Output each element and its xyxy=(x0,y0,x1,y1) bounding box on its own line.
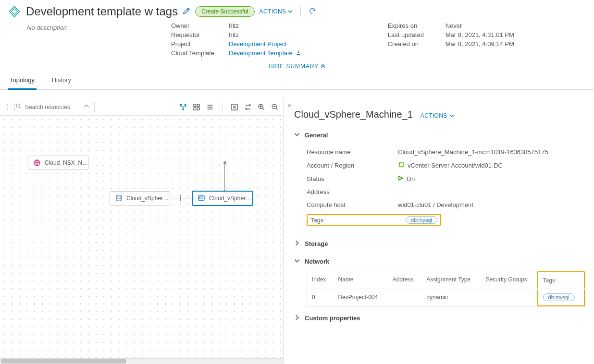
no-description-text: No description xyxy=(8,21,171,58)
refresh-icon[interactable] xyxy=(309,7,316,16)
cloud-template-link[interactable]: Development Template xyxy=(229,49,301,57)
svg-point-2 xyxy=(185,104,186,106)
section-network-toggle[interactable]: Network xyxy=(294,255,585,268)
resource-title: Cloud_vSphere_Machine_1 xyxy=(294,109,413,120)
table-row: 0 DevProject-004 dynamic db:mysql xyxy=(307,289,585,307)
section-custom-title: Custom properties xyxy=(305,315,360,322)
canvas-node-nsx[interactable]: Cloud_NSX_N… xyxy=(28,156,88,170)
col-address: Address xyxy=(388,271,422,289)
cell-address xyxy=(388,289,422,307)
node-label: Cloud_vSpher… xyxy=(209,195,251,202)
view-list-icon[interactable] xyxy=(206,103,214,111)
canvas-node-vsphere2[interactable]: Cloud_vSpher… xyxy=(192,191,253,206)
search-icon xyxy=(15,103,22,111)
created-on-label: Created on xyxy=(388,40,446,48)
section-storage-toggle[interactable]: Storage xyxy=(294,237,585,250)
download-icon[interactable] xyxy=(296,49,301,57)
cell-security xyxy=(481,289,537,307)
deployment-status-badge: Create Successful xyxy=(195,6,254,17)
tags-label: Tags xyxy=(308,217,396,224)
network-table: Index Name Address Assignment Type Secur… xyxy=(307,271,585,307)
svg-rect-7 xyxy=(197,108,199,110)
last-updated-label: Last updated xyxy=(388,31,446,38)
resource-actions-menu[interactable]: ACTIONS xyxy=(421,112,454,119)
svg-point-0 xyxy=(16,104,20,107)
compute-host-value: wld01-clu01 / Development xyxy=(398,201,473,208)
fit-screen-icon[interactable] xyxy=(230,103,239,111)
tab-history[interactable]: History xyxy=(50,73,73,88)
node-label: Cloud_NSX_N… xyxy=(45,159,88,166)
account-value: vCenter Server Account/wld01-DC xyxy=(398,161,503,170)
section-network-title: Network xyxy=(305,258,329,265)
svg-rect-4 xyxy=(194,104,196,107)
vm-icon xyxy=(198,194,205,202)
account-label: Account / Region xyxy=(307,162,398,169)
svg-rect-13 xyxy=(198,196,204,200)
collapse-detail-icon[interactable]: » xyxy=(287,101,291,109)
section-general-toggle[interactable]: General xyxy=(294,129,585,142)
svg-point-3 xyxy=(183,109,184,110)
requestor-value: fritz xyxy=(229,31,239,38)
cell-assignment: dynamic xyxy=(421,289,481,307)
expires-value: Never xyxy=(446,22,462,29)
expires-label: Expires on xyxy=(388,22,446,29)
compute-host-label: Compute host xyxy=(307,201,398,208)
network-icon xyxy=(33,159,41,167)
canvas-node-vsphere1[interactable]: Cloud_vSpher… xyxy=(110,191,170,206)
view-topology-icon[interactable] xyxy=(179,103,187,111)
power-on-icon xyxy=(398,175,404,182)
status-label: Status xyxy=(307,175,398,182)
separator xyxy=(300,7,301,16)
chevron-right-icon xyxy=(294,240,300,247)
owner-label: Owner xyxy=(171,22,229,29)
col-index: Index xyxy=(307,271,334,289)
svg-rect-16 xyxy=(400,163,403,166)
tag-pill: db:mysql xyxy=(406,216,437,224)
col-assignment: Assignment Type xyxy=(421,271,481,289)
section-storage-title: Storage xyxy=(305,240,328,247)
chevron-down-icon xyxy=(294,132,300,139)
view-grid-icon[interactable] xyxy=(192,103,201,111)
edit-icon[interactable] xyxy=(183,7,190,16)
svg-rect-14 xyxy=(200,197,203,199)
reset-view-icon[interactable] xyxy=(244,103,252,111)
tag-pill: db:mysql xyxy=(543,293,575,301)
last-updated-value: Mar 8, 2021, 4:31:01 PM xyxy=(446,31,514,38)
col-name: Name xyxy=(333,271,387,289)
cloud-template-label: Cloud Template xyxy=(171,49,229,57)
project-link[interactable]: Development Project xyxy=(229,40,287,48)
resource-name-label: Resource name xyxy=(307,148,398,156)
database-icon xyxy=(115,194,123,202)
collapse-search-icon[interactable] xyxy=(84,103,89,110)
hide-summary-toggle[interactable]: HIDE SUMMARY xyxy=(269,63,326,70)
svg-point-1 xyxy=(180,104,182,106)
status-value: On xyxy=(398,175,415,182)
chevron-right-icon xyxy=(294,315,300,322)
cell-index: 0 xyxy=(307,289,334,307)
canvas-search-input[interactable] xyxy=(24,103,82,111)
zoom-in-icon[interactable] xyxy=(257,103,266,111)
created-on-value: Mar 8, 2021, 4:09:14 PM xyxy=(446,40,514,48)
zoom-out-icon[interactable] xyxy=(271,103,279,111)
col-security: Security Groups xyxy=(481,271,537,289)
svg-rect-6 xyxy=(194,108,196,110)
section-custom-toggle[interactable]: Custom properties xyxy=(294,312,585,325)
toolbar-handle-icon: ⋮⋮ xyxy=(4,102,13,111)
cell-name: DevProject-004 xyxy=(333,289,387,307)
separator xyxy=(94,102,95,112)
section-general-title: General xyxy=(305,132,328,139)
project-label: Project xyxy=(171,40,229,48)
chevron-down-icon xyxy=(294,258,300,265)
tags-highlight-box: Tags db:mysql xyxy=(307,214,441,226)
resource-name-value: Cloud_vSphere_Machine_1-mcm1019-16363857… xyxy=(398,148,548,156)
page-title: Development template w tags xyxy=(26,5,178,18)
svg-rect-5 xyxy=(197,104,199,107)
col-tags: Tags xyxy=(537,271,585,289)
vcenter-icon xyxy=(398,161,405,170)
address-label: Address xyxy=(307,188,398,195)
separator xyxy=(222,102,223,112)
tab-topology[interactable]: Topology xyxy=(8,73,37,90)
cell-tags: db:mysql xyxy=(537,289,585,307)
canvas-horizontal-scrollbar[interactable] xyxy=(0,358,283,364)
header-actions-menu[interactable]: ACTIONS xyxy=(260,8,293,15)
